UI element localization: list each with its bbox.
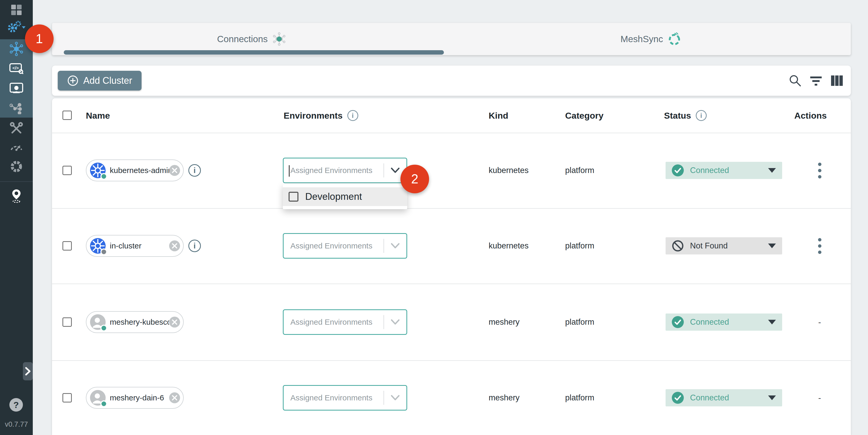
view-columns-icon[interactable] bbox=[830, 74, 843, 87]
environments-placeholder: Assigned Environments bbox=[284, 393, 383, 402]
connection-info-icon[interactable]: i bbox=[188, 240, 201, 252]
connected-check-icon bbox=[672, 164, 684, 177]
location-pin-icon[interactable] bbox=[0, 188, 33, 204]
toolkit-wrenches-icon[interactable] bbox=[0, 120, 33, 136]
extensions-graph-icon[interactable] bbox=[0, 100, 33, 116]
category-cell: platform bbox=[565, 241, 594, 251]
environment-option-label: Development bbox=[305, 191, 362, 202]
designs-screen-icon[interactable] bbox=[0, 81, 33, 96]
column-header-name[interactable]: Name bbox=[86, 98, 110, 133]
remove-connection-icon[interactable] bbox=[169, 392, 180, 403]
environment-option-checkbox[interactable] bbox=[288, 192, 299, 201]
environments-placeholder: Assigned Environments bbox=[284, 242, 383, 250]
connection-name-chip[interactable]: in-cluster bbox=[86, 235, 184, 257]
tab-meshsync-label: MeshSync bbox=[621, 34, 663, 44]
annotation-badge-1: 1 bbox=[25, 25, 54, 53]
connection-status-dot bbox=[100, 325, 107, 332]
table-toolbar: Add Cluster bbox=[52, 66, 851, 96]
environments-select[interactable]: Assigned Environments bbox=[283, 385, 407, 410]
connection-status-dot bbox=[100, 173, 107, 180]
environments-select[interactable]: Assigned Environments bbox=[283, 233, 407, 258]
configuration-code-icon[interactable]: </> bbox=[0, 61, 33, 76]
performance-gauge-icon[interactable] bbox=[0, 138, 33, 154]
meshery-app: </> bbox=[0, 0, 868, 435]
mesh-icon bbox=[272, 32, 286, 46]
status-caret-icon bbox=[768, 320, 776, 324]
chevron-down-icon[interactable] bbox=[384, 395, 406, 401]
search-icon[interactable] bbox=[788, 74, 802, 87]
status-chip[interactable]: Connected bbox=[665, 389, 782, 406]
row-checkbox[interactable] bbox=[62, 166, 72, 175]
remove-connection-icon[interactable] bbox=[169, 165, 180, 176]
sidebar-expand-button[interactable] bbox=[23, 362, 33, 380]
app-version: v0.7.77 bbox=[0, 421, 33, 429]
connection-info-icon[interactable]: i bbox=[188, 164, 201, 177]
sync-spinner-icon bbox=[667, 32, 682, 46]
status-info-icon[interactable]: i bbox=[696, 110, 707, 121]
connection-name: meshery-dain-6 bbox=[106, 393, 169, 402]
svg-text:</>: </> bbox=[12, 66, 19, 70]
plus-circle-icon bbox=[67, 75, 79, 86]
table-row: kubernetes-admin... i Assigned Environme… bbox=[52, 133, 851, 208]
kind-cell: meshery bbox=[489, 317, 520, 327]
filter-icon[interactable] bbox=[809, 74, 823, 87]
status-chip[interactable]: Not Found bbox=[665, 237, 782, 254]
kind-cell: kubernetes bbox=[489, 166, 528, 175]
status-caret-icon bbox=[768, 244, 776, 248]
environments-placeholder: Assigned Environments bbox=[284, 318, 383, 327]
status-label: Connected bbox=[690, 393, 762, 402]
kubernetes-icon bbox=[90, 238, 106, 254]
remove-connection-icon[interactable] bbox=[169, 240, 180, 251]
row-checkbox[interactable] bbox=[62, 241, 72, 251]
row-checkbox[interactable] bbox=[62, 393, 72, 402]
add-cluster-button[interactable]: Add Cluster bbox=[58, 71, 142, 91]
connection-name-chip[interactable]: meshery-kubescop... bbox=[86, 311, 184, 333]
actions-empty: - bbox=[811, 393, 828, 402]
environments-select[interactable]: Assigned Environments bbox=[283, 309, 407, 335]
connection-name: in-cluster bbox=[106, 242, 169, 250]
category-cell: platform bbox=[565, 393, 594, 402]
active-tab-indicator bbox=[64, 50, 444, 55]
connection-status-dot bbox=[100, 248, 107, 255]
mesh-donut-icon[interactable] bbox=[0, 159, 33, 174]
status-label: Connected bbox=[690, 166, 762, 175]
avatar-icon bbox=[90, 314, 106, 331]
category-cell: platform bbox=[565, 166, 594, 175]
chevron-right-icon bbox=[25, 367, 31, 376]
connected-check-icon bbox=[672, 316, 684, 328]
kind-cell: meshery bbox=[489, 393, 520, 402]
environments-placeholder: Assigned Environments bbox=[284, 166, 383, 175]
category-cell: platform bbox=[565, 317, 594, 327]
annotation-badge-2: 2 bbox=[400, 165, 429, 193]
status-caret-icon bbox=[768, 396, 776, 400]
environment-option[interactable]: Development bbox=[283, 187, 407, 206]
environments-info-icon[interactable]: i bbox=[347, 110, 358, 121]
dashboard-grid-icon[interactable] bbox=[0, 2, 33, 18]
table-row: in-cluster i Assigned Environments kuber… bbox=[52, 208, 851, 284]
status-chip[interactable]: Connected bbox=[665, 313, 782, 331]
connection-status-dot bbox=[100, 400, 107, 407]
tab-meshsync[interactable]: MeshSync bbox=[452, 23, 851, 55]
chevron-down-icon[interactable] bbox=[384, 243, 406, 249]
actions-empty: - bbox=[811, 317, 828, 327]
status-chip[interactable]: Connected bbox=[665, 162, 782, 179]
environments-dropdown-menu: Development bbox=[283, 184, 407, 209]
help-icon[interactable]: ? bbox=[9, 398, 23, 412]
table-row: meshery-dain-6 i Assigned Environments m… bbox=[52, 360, 851, 435]
row-checkbox[interactable] bbox=[62, 317, 72, 327]
actions-menu-icon[interactable] bbox=[814, 160, 825, 181]
connection-name-chip[interactable]: kubernetes-admin... bbox=[86, 159, 184, 181]
column-header-environments[interactable]: Environments i bbox=[284, 98, 358, 133]
column-header-category[interactable]: Category bbox=[565, 98, 603, 133]
remove-connection-icon[interactable] bbox=[169, 317, 180, 328]
status-label: Connected bbox=[690, 317, 762, 327]
column-header-status[interactable]: Status i bbox=[664, 98, 707, 133]
select-all-checkbox[interactable] bbox=[62, 111, 72, 120]
connection-name: kubernetes-admin... bbox=[106, 166, 169, 175]
environments-select[interactable]: Assigned Environments bbox=[283, 158, 407, 183]
text-cursor bbox=[289, 165, 289, 177]
column-header-kind[interactable]: Kind bbox=[489, 98, 508, 133]
chevron-down-icon[interactable] bbox=[384, 319, 406, 325]
actions-menu-icon[interactable] bbox=[814, 236, 825, 256]
connection-name-chip[interactable]: meshery-dain-6 bbox=[86, 387, 184, 409]
